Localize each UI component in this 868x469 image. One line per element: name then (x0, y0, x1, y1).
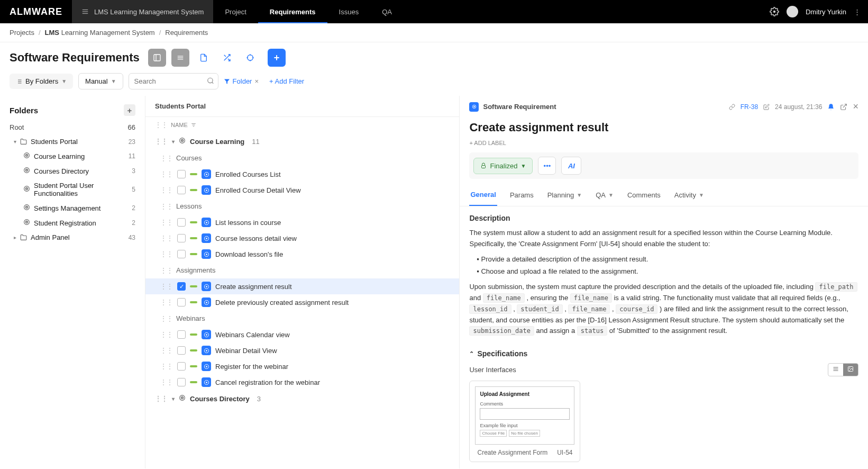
shuffle-button[interactable] (218, 49, 236, 67)
folder-item[interactable]: ▸Admin Panel43 (0, 230, 145, 245)
checkbox[interactable] (177, 330, 186, 339)
requirement-row[interactable]: ⋮⋮Enrolled Course Detail View (145, 182, 459, 198)
view-list[interactable] (828, 364, 843, 376)
checkbox[interactable]: ✓ (177, 282, 186, 291)
gear-icon[interactable] (770, 7, 779, 16)
breadcrumb-item[interactable]: LMS Learning Management System (45, 29, 155, 37)
specifications-heading[interactable]: ⌃ Specifications (469, 349, 858, 358)
nav-issues[interactable]: Issues (327, 0, 371, 23)
subgroup-row[interactable]: ⋮⋮Lessons (145, 198, 459, 214)
avatar[interactable] (787, 6, 798, 17)
tab-params[interactable]: Params (509, 184, 535, 206)
subgroup-row[interactable]: ⋮⋮Assignments (145, 262, 459, 278)
folder-subitem[interactable]: Course Learning11 (0, 149, 145, 164)
tab-general[interactable]: General (469, 184, 497, 206)
export-button[interactable] (195, 49, 213, 67)
svg-point-54 (206, 366, 207, 367)
add-label[interactable]: + ADD LABEL (460, 138, 868, 152)
breadcrumb-item[interactable]: Requirements (165, 29, 208, 37)
folder-subitem[interactable]: Settings Management2 (0, 201, 145, 215)
search-input[interactable] (129, 73, 218, 89)
drag-handle[interactable]: ⋮⋮ (160, 186, 173, 194)
requirement-id[interactable]: FR-38 (741, 103, 758, 111)
search-icon[interactable] (207, 77, 214, 86)
checkbox[interactable] (177, 170, 186, 178)
group-row[interactable]: ⋮⋮▾Course Learning11 (145, 133, 459, 150)
gear-icon (23, 167, 30, 175)
checkbox[interactable] (177, 346, 186, 355)
project-selector[interactable]: LMS Learning Management System (72, 0, 213, 23)
drag-handle[interactable]: ⋮⋮ (160, 250, 173, 258)
checkbox[interactable] (177, 234, 186, 242)
folder-filter[interactable]: Folder × (224, 77, 259, 85)
tab-qa[interactable]: QA ▼ (595, 184, 615, 206)
tab-comments[interactable]: Comments (626, 184, 662, 206)
requirement-row[interactable]: ⋮⋮Webinars Calendar view (145, 327, 459, 342)
drag-handle[interactable]: ⋮⋮ (160, 299, 173, 306)
folder-item[interactable]: ▾Students Portal23 (0, 134, 145, 149)
drag-handle[interactable]: ⋮⋮ (160, 219, 173, 226)
page-header: Software Requirements (0, 42, 868, 73)
link-icon[interactable] (729, 104, 735, 110)
more-icon[interactable]: ⋮ (854, 8, 861, 16)
drag-handle[interactable]: ⋮⋮ (160, 378, 173, 386)
close-icon[interactable]: × (853, 101, 858, 112)
bell-icon[interactable] (827, 103, 835, 111)
requirement-icon (202, 249, 211, 259)
requirement-row[interactable]: ⋮⋮Enrolled Courses List (145, 166, 459, 182)
group-filter[interactable]: By Folders ▼ (10, 74, 73, 89)
layout-list-button[interactable] (171, 49, 189, 67)
checkbox[interactable] (177, 298, 186, 306)
checkbox[interactable] (177, 362, 186, 371)
checkbox[interactable] (177, 218, 186, 227)
add-folder-button[interactable]: + (124, 104, 135, 116)
drag-handle[interactable]: ⋮⋮ (160, 331, 173, 338)
ui-thumb-card[interactable]: Upload Assignment Comments Example file … (469, 381, 580, 462)
nav-project[interactable]: Project (213, 0, 258, 23)
layout-split-button[interactable] (148, 49, 166, 67)
requirement-row[interactable]: ⋮⋮Webinar Detail View (145, 342, 459, 358)
drag-handle[interactable]: ⋮⋮ (160, 170, 173, 178)
tab-planning[interactable]: Planning ▼ (546, 184, 583, 206)
group-row[interactable]: ⋮⋮▾Courses Directory3 (145, 390, 459, 407)
requirement-row[interactable]: ⋮⋮✓Create assignment result (145, 278, 459, 294)
status-pill[interactable]: Finalized ▼ (473, 158, 533, 174)
svg-point-46 (206, 286, 207, 287)
name-column-header[interactable]: ⋮⋮ NAME (145, 117, 459, 133)
nav-requirements[interactable]: Requirements (258, 0, 327, 23)
drag-handle[interactable]: ⋮⋮ (160, 347, 173, 354)
requirement-row[interactable]: ⋮⋮Course lessons detail view (145, 230, 459, 246)
requirement-row[interactable]: ⋮⋮Register for the webinar (145, 358, 459, 374)
logo: ALMWARE (0, 6, 72, 17)
add-filter[interactable]: + Add Filter (269, 77, 304, 85)
drag-handle[interactable]: ⋮⋮ (160, 234, 173, 242)
breadcrumb-item[interactable]: Projects (10, 29, 34, 37)
clear-icon[interactable]: × (254, 77, 259, 85)
sort-filter[interactable]: Manual ▼ (78, 73, 123, 89)
subgroup-row[interactable]: ⋮⋮Webinars (145, 310, 459, 327)
view-grid[interactable] (843, 364, 858, 376)
requirement-row[interactable]: ⋮⋮Delete previously created assignment r… (145, 294, 459, 310)
requirement-row[interactable]: ⋮⋮Cancel registration for the webinar (145, 374, 459, 390)
folder-subitem[interactable]: Student Portal User Functionalities5 (0, 178, 145, 201)
nav-qa[interactable]: QA (370, 0, 404, 23)
edit-icon[interactable] (763, 104, 770, 110)
ai-button[interactable]: AI (561, 157, 581, 175)
open-external-icon[interactable] (840, 103, 847, 111)
folder-subitem[interactable]: Student Registration2 (0, 215, 145, 230)
requirement-row[interactable]: ⋮⋮Download lesson's file (145, 246, 459, 262)
drag-handle[interactable]: ⋮⋮ (160, 363, 173, 370)
subgroup-row[interactable]: ⋮⋮Courses (145, 150, 459, 166)
folder-root[interactable]: Root 66 (0, 120, 145, 134)
checkbox[interactable] (177, 250, 186, 258)
tab-activity[interactable]: Activity ▼ (673, 184, 705, 206)
requirement-row[interactable]: ⋮⋮List lessons in course (145, 214, 459, 230)
checkbox[interactable] (177, 378, 186, 386)
folder-subitem[interactable]: Courses Directory3 (0, 164, 145, 178)
target-button[interactable] (241, 49, 259, 67)
breadcrumb: Projects/LMS Learning Management System/… (0, 23, 868, 42)
checkbox[interactable] (177, 186, 186, 194)
more-actions[interactable]: ••• (538, 157, 556, 175)
add-button[interactable] (268, 49, 286, 67)
drag-handle[interactable]: ⋮⋮ (160, 283, 173, 290)
